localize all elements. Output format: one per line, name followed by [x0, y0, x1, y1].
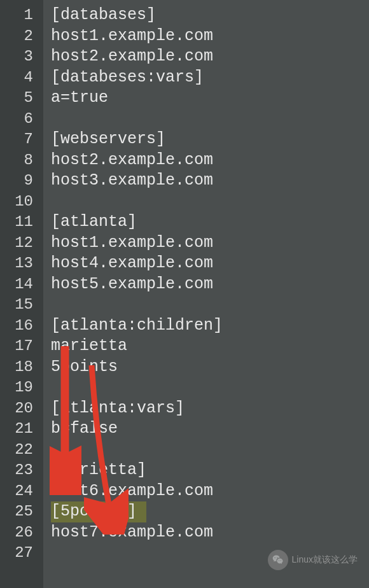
line-number: 6 — [0, 109, 43, 130]
line-number: 22 — [0, 440, 43, 461]
code-line[interactable]: host1.example.com — [51, 26, 369, 47]
watermark: Linux就该这么学 — [268, 550, 358, 570]
code-line[interactable]: [atlanta] — [51, 212, 369, 233]
code-editor[interactable]: 1234567891011121314151617181920212223242… — [0, 0, 369, 588]
line-number-gutter: 1234567891011121314151617181920212223242… — [0, 0, 43, 588]
code-line[interactable] — [51, 377, 369, 398]
code-line[interactable]: host7.example.com — [51, 522, 369, 543]
watermark-text: Linux就该这么学 — [292, 554, 358, 566]
line-number: 13 — [0, 253, 43, 274]
line-number: 19 — [0, 377, 43, 398]
code-text: [webservers] — [51, 130, 165, 148]
line-number: 15 — [0, 295, 43, 316]
code-text: host5.example.com — [51, 275, 213, 293]
code-area[interactable]: [databases]host1.example.comhost2.exampl… — [43, 0, 369, 588]
code-text: 5points — [51, 358, 118, 376]
code-line[interactable] — [51, 295, 369, 316]
line-number: 5 — [0, 88, 43, 109]
code-text: marietta — [51, 337, 127, 355]
line-number: 9 — [0, 171, 43, 192]
line-number: 12 — [0, 233, 43, 254]
code-line[interactable]: [webservers] — [51, 129, 369, 150]
code-line[interactable]: [databases] — [51, 5, 369, 26]
code-text: b=false — [51, 419, 118, 438]
line-number: 23 — [0, 460, 43, 481]
code-text: host7.example.com — [51, 523, 213, 542]
line-number: 21 — [0, 419, 43, 440]
code-line[interactable]: marietta — [51, 336, 369, 357]
code-line[interactable] — [51, 440, 369, 461]
code-line[interactable]: a=true — [51, 88, 369, 109]
code-line[interactable]: host3.example.com — [51, 171, 369, 192]
code-line[interactable]: host2.example.com — [51, 46, 369, 67]
code-line[interactable]: host5.example.com — [51, 274, 369, 295]
line-number: 4 — [0, 67, 43, 88]
code-line[interactable] — [51, 109, 369, 130]
line-number: 25 — [0, 501, 43, 522]
line-number: 16 — [0, 316, 43, 337]
code-text: host3.example.com — [51, 171, 213, 190]
code-text: [atlanta:vars] — [51, 399, 184, 417]
code-text: [databases] — [51, 6, 156, 24]
code-text: [marietta] — [51, 461, 146, 479]
line-number: 3 — [0, 46, 43, 67]
line-number: 17 — [0, 336, 43, 357]
code-line[interactable]: 5points — [51, 357, 369, 378]
line-number: 1 — [0, 5, 43, 26]
line-number: 18 — [0, 357, 43, 378]
line-number: 27 — [0, 543, 43, 564]
code-line[interactable]: host6.example.com — [51, 481, 369, 502]
code-text: host6.example.com — [51, 482, 213, 500]
code-text: host1.example.com — [51, 27, 213, 45]
code-text: a=true — [51, 88, 108, 107]
code-line[interactable]: [atlanta:vars] — [51, 398, 369, 419]
code-line[interactable]: [marietta] — [51, 460, 369, 481]
line-number: 10 — [0, 192, 43, 213]
code-line[interactable]: host1.example.com — [51, 233, 369, 254]
code-text: [databeses:vars] — [51, 68, 204, 87]
code-text: host2.example.com — [51, 151, 213, 169]
code-line[interactable]: host4.example.com — [51, 253, 369, 274]
line-number: 7 — [0, 129, 43, 150]
line-number: 2 — [0, 26, 43, 47]
code-line[interactable]: [atlanta:children] — [51, 316, 369, 337]
code-text: host1.example.com — [51, 234, 213, 252]
code-text: [5points] — [51, 502, 137, 521]
line-number: 24 — [0, 481, 43, 502]
line-number: 11 — [0, 212, 43, 233]
code-line[interactable]: host2.example.com — [51, 150, 369, 171]
code-text: [atlanta:children] — [51, 316, 223, 335]
code-text: host4.example.com — [51, 254, 213, 272]
line-number: 14 — [0, 274, 43, 295]
line-number: 20 — [0, 398, 43, 419]
code-line[interactable]: [databeses:vars] — [51, 67, 369, 88]
code-text: [atlanta] — [51, 213, 137, 231]
code-text: host2.example.com — [51, 47, 213, 66]
line-number: 26 — [0, 522, 43, 543]
line-number: 8 — [0, 150, 43, 171]
code-line[interactable] — [51, 192, 369, 213]
code-line[interactable]: b=false — [51, 419, 369, 440]
wechat-icon — [268, 550, 288, 570]
code-line[interactable]: [5points] — [51, 501, 369, 522]
